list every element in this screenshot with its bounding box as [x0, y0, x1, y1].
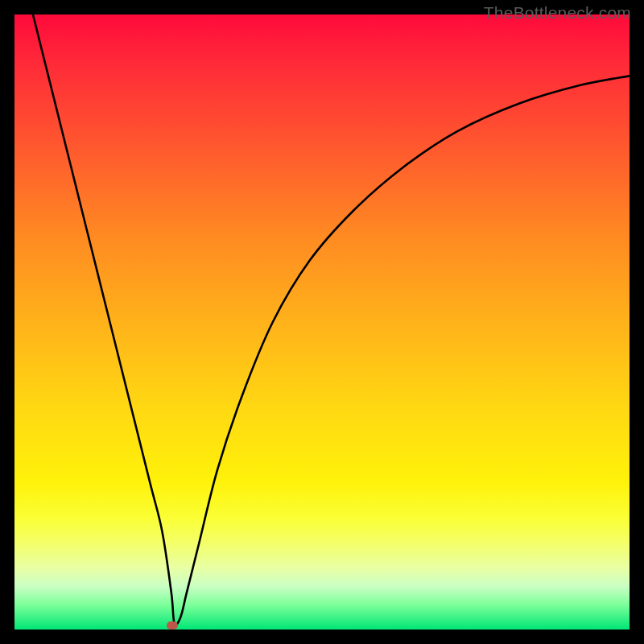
curve-svg [14, 14, 630, 630]
plot-area [14, 14, 630, 630]
bottleneck-curve-path [33, 14, 630, 625]
chart-container: TheBottleneck.com [0, 0, 644, 644]
optimal-point-marker [167, 621, 178, 630]
